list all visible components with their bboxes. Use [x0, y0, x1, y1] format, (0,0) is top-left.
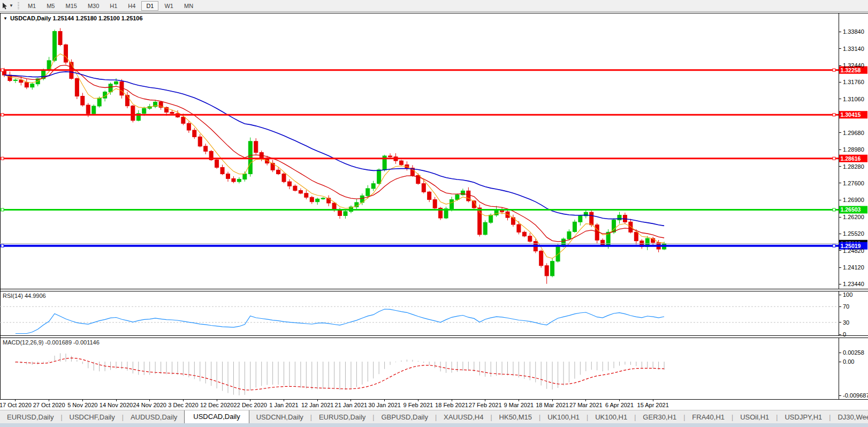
tab-uk100-h1[interactable]: UK100,H1 — [540, 411, 587, 424]
tab-ger30-h1[interactable]: GER30,H1 — [636, 411, 683, 424]
date-axis-label: 18 Feb 2021 — [435, 402, 468, 408]
date-axis-label: 1 Jan 2021 — [269, 402, 298, 408]
chart-canvas[interactable]: 1.251061.322581.304151.286161.265031.250… — [0, 13, 868, 410]
date-axis-label: 9 Feb 2021 — [403, 402, 433, 408]
price-axis-label: 1.31060 — [843, 96, 864, 102]
rsi-axis-label: 30 — [843, 319, 849, 326]
svg-text:1.30415: 1.30415 — [841, 111, 861, 118]
price-axis-label: 1.24120 — [843, 264, 864, 271]
timeframe-button-m1[interactable]: M1 — [23, 1, 41, 11]
cursor-tool-icon[interactable] — [2, 2, 9, 10]
price-axis-label: 1.29680 — [843, 130, 864, 136]
rsi-axis-label: 100 — [843, 291, 852, 298]
timeframe-button-w1[interactable]: W1 — [159, 1, 178, 11]
line-handle[interactable] — [1, 114, 4, 116]
svg-text:1.28616: 1.28616 — [841, 155, 861, 162]
horizontal-line-1.30415[interactable] — [0, 114, 839, 116]
price-axis-label: 1.25520 — [843, 230, 864, 237]
macd-axis-label: 0.00258 — [843, 349, 864, 356]
line-handle[interactable] — [1, 208, 4, 211]
date-axis-label: 21 Jan 2021 — [335, 402, 368, 408]
line-handle[interactable] — [1, 244, 4, 247]
date-axis-label: 12 Dec 2020 — [200, 402, 233, 408]
tab-usdchf-daily[interactable]: USDCHF,Daily — [63, 411, 122, 424]
date-axis-label: 9 Mar 2021 — [504, 402, 534, 408]
tab-eurusd-daily[interactable]: EURUSD,Daily — [0, 411, 60, 424]
tab-audusd-daily[interactable]: AUDUSD,Daily — [124, 411, 184, 424]
price-axis-label: 1.32440 — [843, 62, 864, 69]
rsi-axis-label: 70 — [843, 303, 849, 310]
tab-fra40-h1[interactable]: FRA40,H1 — [685, 411, 732, 424]
tab-dj30-weekly[interactable]: DJ30,Weekly — [831, 411, 868, 424]
timeframe-buttons: M1M5M15M30H1H4D1W1MN — [23, 1, 198, 11]
mt4-window: ▼ M1M5M15M30H1H4D1W1MN 1.251061.322581.3… — [0, 0, 868, 427]
date-axis-label: 15 Apr 2021 — [637, 402, 669, 408]
bottom-status-strip — [0, 423, 868, 427]
date-axis-label: 27 Oct 2020 — [33, 402, 65, 408]
timeframe-button-h4[interactable]: H4 — [123, 1, 140, 11]
date-axis-label: 27 Mar 2021 — [569, 402, 603, 408]
horizontal-line-1.32258[interactable] — [0, 69, 839, 71]
line-handle[interactable] — [833, 208, 835, 211]
timeframe-button-m15[interactable]: M15 — [60, 1, 81, 11]
fast-ma-line — [4, 54, 664, 258]
price-axis-label: 1.26200 — [843, 214, 864, 220]
price-axis-label: 1.27600 — [843, 180, 864, 186]
line-handle[interactable] — [833, 69, 835, 71]
price-axis-label: 1.33840 — [843, 28, 864, 35]
date-axis-label: 22 Dec 2020 — [234, 402, 267, 408]
horizontal-line-1.26503[interactable] — [0, 208, 839, 211]
mid-ma-line — [4, 65, 664, 242]
tab-usoil-h1[interactable]: USOil,H1 — [733, 411, 776, 424]
date-axis-label: 17 Oct 2020 — [0, 402, 32, 408]
macd-axis-label: 0.00 — [843, 358, 854, 365]
tab-usdcad-daily[interactable]: USDCAD,Daily — [184, 410, 249, 424]
price-axis-label: 1.24820 — [843, 248, 864, 254]
line-handle[interactable] — [833, 157, 835, 160]
date-axis-label: 14 Nov 2020 — [100, 402, 133, 408]
toolbar-grip[interactable] — [18, 2, 19, 10]
horizontal-line-1.28616[interactable] — [0, 157, 839, 160]
date-axis-label: 24 Nov 2020 — [133, 402, 166, 408]
tab-usdcnh-daily[interactable]: USDCNH,Daily — [249, 411, 310, 424]
macd-axis-label: -0.009687 — [843, 392, 868, 399]
svg-text:1.26503: 1.26503 — [841, 206, 861, 213]
line-handle[interactable] — [833, 114, 835, 116]
line-handle[interactable] — [1, 157, 4, 160]
chart-tab-bar: EURUSD,Daily|USDCHF,Daily|AUDUSD,DailyUS… — [0, 410, 868, 424]
date-axis-label: 5 Nov 2020 — [67, 402, 97, 408]
macd-histogram — [16, 353, 664, 395]
price-axis-label: 1.28980 — [843, 146, 864, 153]
date-axis-label: 30 Jan 2021 — [368, 402, 401, 408]
tab-usdjpy-h1[interactable]: USDJPY,H1 — [778, 411, 829, 424]
price-axis-label: 1.31760 — [843, 79, 864, 85]
tab-eurusd-daily[interactable]: EURUSD,Daily — [312, 411, 372, 424]
dropdown-caret-icon[interactable]: ▼ — [9, 3, 13, 8]
timeframe-button-mn[interactable]: MN — [179, 1, 198, 11]
tab-gbpusd-daily[interactable]: GBPUSD,Daily — [374, 411, 435, 424]
tab-uk100-h1[interactable]: UK100,H1 — [588, 411, 634, 424]
price-axis-label: 1.26900 — [843, 197, 864, 203]
line-handle[interactable] — [833, 244, 835, 247]
date-axis-label: 3 Dec 2020 — [168, 402, 198, 408]
timeframe-button-m30[interactable]: M30 — [83, 1, 104, 11]
price-axis-label: 1.23440 — [843, 281, 864, 287]
date-axis-label: 12 Jan 2021 — [301, 402, 334, 408]
timeframe-button-h1[interactable]: H1 — [105, 1, 122, 11]
horizontal-line-1.25019[interactable] — [0, 244, 839, 247]
timeframe-button-m5[interactable]: M5 — [42, 1, 59, 11]
tab-xauusd-h4[interactable]: XAUUSD,H4 — [437, 411, 490, 424]
date-axis-label: 27 Feb 2021 — [469, 402, 502, 408]
date-axis-label: 6 Apr 2021 — [605, 402, 634, 408]
rsi-axis-label: 0 — [843, 331, 846, 338]
cursor-arrow-icon — [2, 2, 9, 10]
price-axis-label: 1.28280 — [843, 163, 864, 170]
rsi-line — [16, 309, 664, 334]
timeframe-button-d1[interactable]: D1 — [141, 1, 158, 11]
date-axis-label: 18 Mar 2021 — [536, 402, 569, 408]
timeframe-toolbar: ▼ M1M5M15M30H1H4D1W1MN — [0, 0, 868, 12]
price-axis-label: 1.33140 — [843, 46, 864, 52]
chart-area: 1.251061.322581.304151.286161.265031.250… — [0, 13, 868, 410]
tab-hk50-m15[interactable]: HK50,M15 — [492, 411, 539, 424]
line-handle[interactable] — [1, 69, 4, 71]
